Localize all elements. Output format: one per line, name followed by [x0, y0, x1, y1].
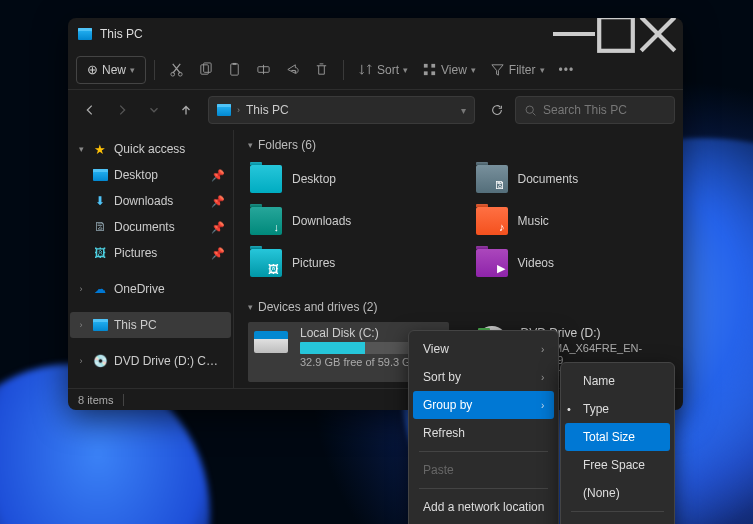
context-menu: View› Sort by› Group by› Refresh Paste A… [408, 330, 559, 524]
recent-locations-button[interactable] [140, 96, 168, 124]
folder-music[interactable]: ♪Music [474, 202, 670, 240]
sub-name[interactable]: Name [565, 367, 670, 395]
pin-icon: 📌 [211, 221, 225, 234]
picture-icon: 🖼 [92, 246, 108, 260]
sub-total-size[interactable]: Total Size [565, 423, 670, 451]
ctx-paste: Paste [413, 456, 554, 484]
sidebar-item-desktop[interactable]: Desktop📌 [70, 162, 231, 188]
sidebar-item-quick-access[interactable]: ▾★Quick access [70, 136, 231, 162]
view-button[interactable]: View▾ [416, 56, 482, 84]
up-button[interactable] [172, 96, 200, 124]
svg-rect-11 [431, 71, 435, 75]
desktop-folder-icon [250, 165, 282, 193]
folder-pictures[interactable]: 🖼Pictures [248, 244, 444, 282]
filter-label: Filter [509, 63, 536, 77]
ctx-group-by[interactable]: Group by› [413, 391, 554, 419]
search-placeholder: Search This PC [543, 103, 627, 117]
drives-section-header[interactable]: ▾Devices and drives (2) [248, 300, 669, 314]
folder-icon [93, 169, 108, 181]
pin-icon: 📌 [211, 169, 225, 182]
paste-button[interactable] [221, 56, 248, 84]
sidebar-item-network[interactable]: 🖧Network [70, 384, 231, 388]
folder-videos[interactable]: ▶Videos [474, 244, 670, 282]
titlebar[interactable]: This PC [68, 18, 683, 50]
new-label: New [102, 63, 126, 77]
svg-rect-5 [231, 64, 239, 75]
close-button[interactable] [637, 18, 679, 50]
chevron-down-icon: ▾ [248, 140, 253, 150]
ctx-sort-by[interactable]: Sort by› [413, 363, 554, 391]
sub-free-space[interactable]: Free Space [565, 451, 670, 479]
toolbar: ⊕New▾ Sort▾ View▾ Filter▾ ••• [68, 50, 683, 90]
svg-rect-8 [424, 64, 428, 68]
documents-folder-icon: 🖺 [476, 165, 508, 193]
sidebar-item-onedrive[interactable]: ›☁OneDrive [70, 276, 231, 302]
ctx-view[interactable]: View› [413, 335, 554, 363]
rename-button[interactable] [250, 56, 277, 84]
filter-button[interactable]: Filter▾ [484, 56, 551, 84]
maximize-button[interactable] [595, 18, 637, 50]
sub-ascending[interactable]: •Ascending [565, 516, 670, 524]
ctx-refresh[interactable]: Refresh [413, 419, 554, 447]
ctx-add-network[interactable]: Add a network location [413, 493, 554, 521]
view-label: View [441, 63, 467, 77]
sidebar-item-pictures[interactable]: 🖼Pictures📌 [70, 240, 231, 266]
breadcrumb-chevron-icon: › [237, 105, 240, 115]
file-explorer-window: This PC ⊕New▾ Sort▾ View▾ Filter▾ ••• › … [68, 18, 683, 410]
sidebar-item-this-pc[interactable]: ›This PC [70, 312, 231, 338]
address-bar[interactable]: › This PC ▾ [208, 96, 475, 124]
minimize-button[interactable] [553, 18, 595, 50]
filter-icon [490, 62, 505, 77]
folder-documents[interactable]: 🖺Documents [474, 160, 670, 198]
view-icon [422, 62, 437, 77]
this-pc-icon [78, 28, 92, 40]
videos-folder-icon: ▶ [476, 249, 508, 277]
more-button[interactable]: ••• [553, 56, 581, 84]
search-icon [524, 104, 537, 117]
window-title: This PC [100, 27, 143, 41]
pin-icon: 📌 [211, 195, 225, 208]
delete-button[interactable] [308, 56, 335, 84]
delete-icon [314, 62, 329, 77]
copy-button[interactable] [192, 56, 219, 84]
address-dropdown-icon[interactable]: ▾ [461, 105, 466, 116]
item-count: 8 items [78, 394, 113, 406]
pictures-folder-icon: 🖼 [250, 249, 282, 277]
downloads-folder-icon: ↓ [250, 207, 282, 235]
cut-button[interactable] [163, 56, 190, 84]
svg-rect-6 [233, 63, 237, 65]
chevron-down-icon: ▾ [248, 302, 253, 312]
sub-none[interactable]: (None) [565, 479, 670, 507]
folder-desktop[interactable]: Desktop [248, 160, 444, 198]
rename-icon [256, 62, 271, 77]
search-box[interactable]: Search This PC [515, 96, 675, 124]
groupby-submenu: Name •Type Total Size Free Space (None) … [560, 362, 675, 524]
address-text: This PC [246, 103, 455, 117]
svg-point-12 [526, 106, 533, 113]
navigation-bar: › This PC ▾ Search This PC [68, 90, 683, 130]
svg-rect-9 [431, 64, 435, 68]
sidebar-item-documents[interactable]: 🖺Documents📌 [70, 214, 231, 240]
copy-icon [198, 62, 213, 77]
refresh-button[interactable] [483, 96, 511, 124]
this-pc-icon [93, 319, 108, 331]
paste-icon [227, 62, 242, 77]
chevron-down-icon: ▾ [130, 65, 135, 75]
svg-rect-0 [599, 18, 633, 51]
share-button[interactable] [279, 56, 306, 84]
sort-label: Sort [377, 63, 399, 77]
forward-button[interactable] [108, 96, 136, 124]
sub-type[interactable]: •Type [565, 395, 670, 423]
new-button[interactable]: ⊕New▾ [76, 56, 146, 84]
folder-downloads[interactable]: ↓Downloads [248, 202, 444, 240]
document-icon: 🖺 [92, 220, 108, 234]
download-icon: ⬇ [92, 194, 108, 208]
sort-button[interactable]: Sort▾ [352, 56, 414, 84]
back-button[interactable] [76, 96, 104, 124]
plus-icon: ⊕ [87, 62, 98, 77]
hdd-icon [252, 326, 290, 358]
sidebar-item-dvd[interactable]: ›💿DVD Drive (D:) CCCOMA_X64FRE_EN-US_DV9 [70, 348, 231, 374]
folders-section-header[interactable]: ▾Folders (6) [248, 138, 669, 152]
cloud-icon: ☁ [92, 282, 108, 296]
sidebar-item-downloads[interactable]: ⬇Downloads📌 [70, 188, 231, 214]
